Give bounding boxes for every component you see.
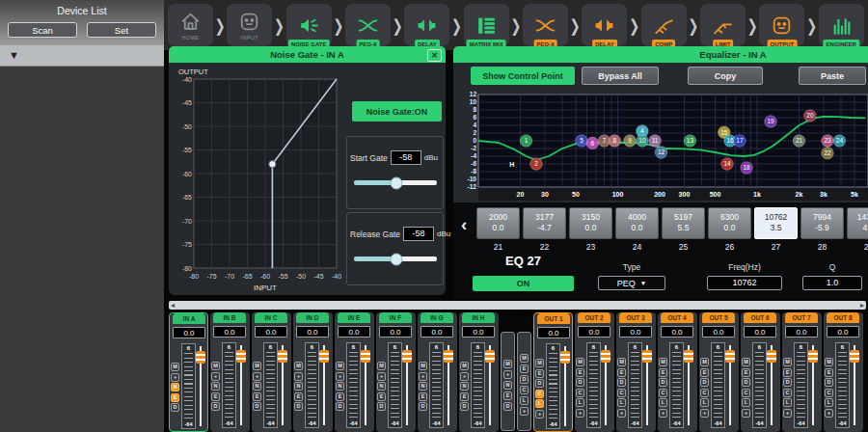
freq-input[interactable]: 10762 [707,276,782,290]
channel-tab[interactable]: IN G [420,312,453,323]
master-button-d[interactable]: D [503,402,512,411]
eq-point-18[interactable]: 18 [741,162,753,175]
nav-item-delay[interactable]: DELAY [582,4,627,46]
band-button-23[interactable]: 3150 0.0 [569,207,612,239]
channel-button-d[interactable]: D [377,402,386,411]
master-button-n[interactable]: N [503,381,512,390]
nav-item-comp[interactable]: COMP [641,4,687,46]
channel-button-e[interactable]: E [419,392,427,401]
release-gate-slider-knob[interactable] [391,253,403,265]
channel-tab[interactable]: OUT 1 [537,313,570,324]
eq-point-23[interactable]: 23 [822,135,834,148]
fader-handle[interactable] [402,350,412,363]
channel-button-m[interactable]: M [336,362,344,370]
channel-button-c[interactable]: C [659,389,667,397]
fader-handle[interactable] [601,350,610,363]
band-on-button[interactable]: ON [473,276,574,291]
channel-button-e[interactable]: E [535,369,544,378]
fader-handle[interactable] [767,350,776,363]
channel-button-d[interactable]: D [460,402,469,411]
channel-button-e[interactable]: E [742,368,750,377]
channel-tab[interactable]: OUT 8 [827,312,859,323]
band-button-28[interactable]: 7994 -5.9 [800,207,844,239]
fader-handle[interactable] [850,350,859,363]
channel-button-e[interactable]: E [783,368,792,377]
channel-button-m[interactable]: M [460,362,469,370]
channel-tab[interactable]: OUT 2 [578,312,610,323]
channel-button-m[interactable]: M [825,358,833,366]
nav-item-limit[interactable]: LIMIT [700,4,746,46]
channel-button-l[interactable]: L [535,399,544,408]
channel-button-m[interactable]: M [742,358,750,366]
channel-gain-value[interactable]: 0.0 [338,326,370,338]
fader-handle[interactable] [642,350,652,363]
release-gate-slider[interactable] [354,256,437,261]
channel-button-l[interactable]: L [742,398,750,407]
channel-button-d[interactable]: D [253,402,261,411]
band-button-25[interactable]: 5197 5.5 [662,207,705,239]
channel-button-n[interactable]: N [377,382,386,391]
nav-item-matrix-mix[interactable]: MATRIX MIX [464,4,509,46]
channel-button-c[interactable]: C [825,389,833,397]
channel-button--[interactable]: + [336,372,344,381]
channel-button-m[interactable]: M [377,362,386,370]
channel-tab[interactable]: OUT 4 [661,312,693,323]
channel-gain-value[interactable]: 0.0 [173,327,205,338]
channel-button--[interactable]: + [783,409,792,418]
close-icon[interactable]: ✕ [427,49,442,62]
channel-tab[interactable]: IN F [379,312,412,323]
channel-button-e[interactable]: E [460,392,469,401]
channel-button-e[interactable]: E [825,368,833,377]
channel-button-n[interactable]: N [294,382,303,391]
channel-button-c[interactable]: C [617,389,626,397]
channel-button-d[interactable]: D [336,402,344,411]
channel-button--[interactable]: + [742,409,750,418]
band-button-29[interactable]: 14340 4.2 [847,207,868,239]
scroll-left-icon[interactable]: ◂ [171,301,175,310]
fader-handle[interactable] [808,350,818,363]
channel-button-c[interactable]: C [700,389,709,397]
fader-handle[interactable] [485,350,495,363]
channel-button-e[interactable]: E [336,392,344,401]
eq-point-10[interactable]: 10 [637,135,649,148]
channel-button-n[interactable]: N [171,383,179,392]
channel-button-c[interactable]: C [783,389,792,397]
channel-button-e[interactable]: E [659,368,667,377]
channel-button-m[interactable]: M [576,358,584,366]
channel-gain-value[interactable]: 0.0 [420,326,453,338]
master-button-l[interactable]: L [520,396,529,405]
fader-handle[interactable] [684,350,693,363]
eq-point-17[interactable]: 17 [734,135,746,148]
channel-button--[interactable]: + [460,372,469,381]
channel-tab[interactable]: IN A [173,313,205,324]
channel-tab[interactable]: IN H [462,312,495,323]
channel-tab[interactable]: IN C [255,312,287,323]
channel-button-m[interactable]: M [211,362,220,370]
channel-button--[interactable]: + [253,372,261,381]
channel-button-m[interactable]: M [535,359,544,367]
channel-button-n[interactable]: N [419,382,427,391]
channel-button--[interactable]: + [700,409,709,418]
bypass-all-button[interactable]: Bypass All [582,67,659,85]
nav-item-peq-x[interactable]: PEQ-X [345,4,391,46]
start-gate-slider[interactable] [354,180,437,185]
master-button-e[interactable]: E [520,364,529,373]
scroll-right-icon[interactable]: ▸ [860,301,864,310]
channel-button--[interactable]: + [535,410,544,418]
channel-button-d[interactable]: D [700,378,709,387]
channel-gain-value[interactable]: 0.0 [462,326,495,338]
eq-point-6[interactable]: 6 [586,137,599,149]
start-gate-slider-knob[interactable] [391,176,403,189]
channel-tab[interactable]: OUT 6 [744,312,776,323]
nav-item-home[interactable]: HOME [168,4,213,46]
channel-gain-value[interactable]: 0.0 [661,326,693,338]
channel-button-d[interactable]: D [742,378,750,387]
channel-button-n[interactable]: N [336,382,344,391]
start-gate-value-input[interactable]: -58 [391,150,421,165]
channel-button-m[interactable]: M [617,358,626,366]
channel-tab[interactable]: OUT 3 [619,312,652,323]
channel-button-e[interactable]: E [700,368,709,377]
channel-button-e[interactable]: E [294,392,303,401]
channel-button-m[interactable]: M [171,363,179,371]
channel-button-n[interactable]: N [253,382,261,391]
